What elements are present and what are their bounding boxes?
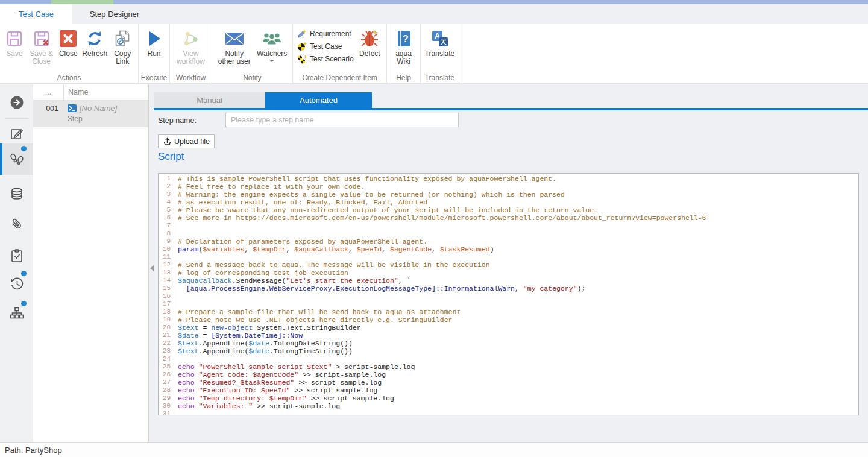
step-cell: [No Name] Step <box>63 101 148 127</box>
code-line: 10param($variables, $tempDir, $aquaCallb… <box>159 245 858 253</box>
sidebar-item-steps[interactable] <box>0 143 33 175</box>
code-line: 7 <box>159 222 858 230</box>
ribbon-group-workflow: View workflow Workflow <box>170 24 212 83</box>
close-button-label: Close <box>59 50 78 58</box>
hierarchy-notification-dot <box>21 301 27 306</box>
code-line: 14$aquaCallback.SendMessage("Let's start… <box>159 277 858 285</box>
ribbon-group-label-execute: Execute <box>139 74 169 82</box>
step-row[interactable]: 001 [No Name] Step <box>33 101 148 127</box>
sidebar-item-data[interactable] <box>0 181 33 207</box>
step-name-input[interactable] <box>225 113 459 127</box>
run-button-label: Run <box>147 50 160 58</box>
run-button[interactable]: Run <box>142 26 167 59</box>
sidebar-divider <box>5 118 28 119</box>
copy-link-icon <box>113 27 131 50</box>
create-test-case-label: Test Case <box>310 42 342 51</box>
tab-step-designer[interactable]: Step Designer <box>72 4 157 24</box>
step-type-text: Step <box>68 115 83 123</box>
left-icon-sidebar <box>0 84 33 442</box>
sidebar-item-attachments[interactable] <box>0 211 33 238</box>
view-workflow-icon <box>182 27 200 50</box>
translate-button-label: Translate <box>425 50 455 58</box>
ribbon-group-label-translate: Translate <box>421 74 459 82</box>
steps-list-header: ... Name <box>33 84 148 101</box>
ribbon-group-help: ? aqua Wiki Help <box>387 24 421 83</box>
code-line: 13# log of corresponding test job execut… <box>159 269 858 277</box>
editor-mode-tabs: Manual Automated <box>154 92 372 108</box>
code-line: 4# as execution result, one of: Ready, B… <box>159 198 858 206</box>
step-name-text: [No Name] <box>80 104 117 113</box>
save-icon <box>5 27 24 50</box>
aqua-wiki-button-label: aqua Wiki <box>394 50 414 66</box>
collapse-arrow-icon[interactable] <box>150 265 154 272</box>
steps-list-panel: ... Name 001 [No Name] Step <box>33 84 149 442</box>
upload-file-label: Upload file <box>174 137 210 146</box>
ribbon-group-label-actions: Actions <box>0 74 138 82</box>
create-defect-button[interactable]: Defect <box>356 26 384 59</box>
database-icon <box>9 186 25 202</box>
sitemap-icon <box>9 306 25 321</box>
code-line: 25echo "PowerShell sample script $text" … <box>159 363 858 371</box>
code-line: 8 <box>159 230 858 238</box>
code-line: 1# This is sample PowerShell script that… <box>159 175 858 183</box>
notify-icon <box>225 27 244 50</box>
ribbon-group-translate: A Translate Translate <box>421 24 459 83</box>
create-test-scenario-label: Test Scenario <box>310 55 354 63</box>
code-line: 22$text.AppendLine($date.ToLongDateStrin… <box>159 339 858 347</box>
create-test-scenario-button[interactable]: Test Scenario <box>295 54 356 65</box>
close-icon <box>59 27 77 50</box>
sidebar-item-tasks[interactable] <box>0 242 33 269</box>
save-button: Save <box>2 26 27 59</box>
tab-automated[interactable]: Automated <box>265 92 372 108</box>
save-close-icon <box>33 27 51 50</box>
code-line: 9# Declaration of parameters exposed by … <box>159 238 858 245</box>
close-button[interactable]: Close <box>56 26 80 59</box>
edit-icon <box>9 126 25 142</box>
run-icon <box>146 27 163 50</box>
translate-icon: A <box>431 27 449 50</box>
tab-test-case[interactable]: Test Case <box>0 4 72 24</box>
notify-other-user-button[interactable]: Notify other user <box>215 26 254 67</box>
create-test-case-button[interactable]: Test Case <box>295 41 356 52</box>
code-line: 2# Feel free to replace it with your own… <box>159 183 858 191</box>
ribbon-group-label-help: Help <box>387 74 420 82</box>
tab-manual[interactable]: Manual <box>154 92 265 108</box>
step-number: 001 <box>33 101 63 127</box>
sidebar-item-expand[interactable] <box>0 89 33 116</box>
defect-icon <box>359 27 380 50</box>
code-line: 27echo "Resumed? $taskResumed" >> script… <box>159 379 858 386</box>
ribbon-group-label-notify: Notify <box>212 74 292 82</box>
refresh-button[interactable]: Refresh <box>80 26 109 59</box>
ribbon-toolbar: Save Save & Close Close Refresh <box>0 24 868 84</box>
ribbon-group-label-workflow: Workflow <box>170 74 212 82</box>
notify-other-user-button-label: Notify other user <box>216 50 252 66</box>
steps-header-name: Name <box>63 84 148 100</box>
svg-text:?: ? <box>403 34 409 44</box>
step-name-label: Step name: <box>158 116 197 125</box>
chevron-down-icon <box>269 60 274 62</box>
create-requirement-button[interactable]: Requirement <box>295 28 356 39</box>
aqua-wiki-button[interactable]: ? aqua Wiki <box>392 26 416 67</box>
sidebar-item-hierarchy[interactable] <box>0 300 33 327</box>
step-editor-panel: Manual Automated Step name: Upload file … <box>149 84 868 442</box>
upload-icon <box>163 137 172 146</box>
copy-link-button[interactable]: Copy Link <box>109 26 136 67</box>
sidebar-item-history[interactable] <box>0 270 33 297</box>
watchers-button[interactable]: Watchers <box>254 26 290 63</box>
code-line: 31 <box>159 410 858 415</box>
save-button-label: Save <box>6 50 22 58</box>
script-code-editor[interactable]: 1# This is sample PowerShell script that… <box>158 173 859 415</box>
translate-button[interactable]: A Translate <box>424 26 456 59</box>
requirement-icon <box>297 29 307 39</box>
ribbon-group-execute: Run Execute <box>139 24 170 83</box>
code-line: 24 <box>159 355 858 363</box>
upload-file-button[interactable]: Upload file <box>158 134 215 148</box>
save-close-button: Save & Close <box>27 26 56 67</box>
clipboard-check-icon <box>9 248 25 263</box>
code-line: 28echo "Execution ID: $peeId" >> script-… <box>159 386 858 394</box>
code-lines: 1# This is sample PowerShell script that… <box>159 175 858 415</box>
code-line: 30echo "Variables: " >> script-sample.lo… <box>159 402 858 410</box>
code-line: 26echo "Agent code: $agentCode" >> scrip… <box>159 371 858 379</box>
code-line: 18# Prepare a sample file that will be s… <box>159 308 858 316</box>
code-line: 6# See more in https://docs.microsoft.co… <box>159 214 858 222</box>
